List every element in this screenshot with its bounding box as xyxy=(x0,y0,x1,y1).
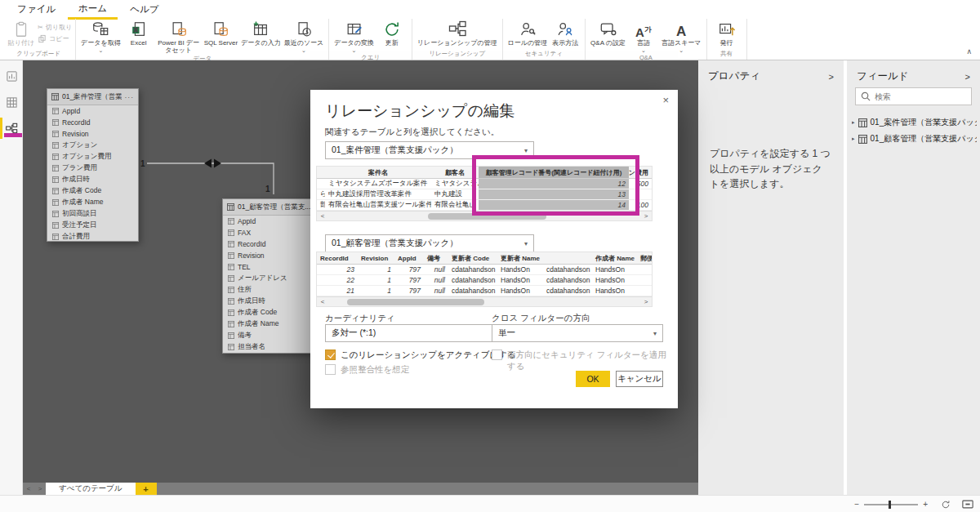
language-button[interactable]: A가 言語 ⌄ xyxy=(627,19,660,53)
table-field[interactable]: 担当者名 xyxy=(223,341,316,353)
zoom-out-button[interactable]: − xyxy=(854,500,859,509)
table-field[interactable]: プラン費用 xyxy=(47,163,138,174)
table-field[interactable]: オプション xyxy=(47,140,138,151)
table-field[interactable]: 作成日時 xyxy=(47,174,138,185)
table-field[interactable]: TEL xyxy=(223,261,316,273)
refresh-button[interactable]: 更新 xyxy=(376,19,408,47)
active-relationship-checkbox[interactable]: このリレーションシップをアクティブにする xyxy=(325,349,516,361)
table-field[interactable]: 作成者 Name xyxy=(47,197,138,208)
grid-row[interactable]: 23 1 797 null cdatahandson HandsOn cdata… xyxy=(317,265,652,275)
horizontal-scrollbar[interactable]: < > xyxy=(317,211,652,220)
grid-rows: ミヤタシステムズポータル案件 ミヤタシステム 12 500 ら 中丸建設採用管理… xyxy=(317,179,652,211)
table-field[interactable]: Revision xyxy=(47,128,138,140)
table-field[interactable]: 受注予定日 xyxy=(47,220,138,231)
table-field[interactable]: 住所 xyxy=(223,284,316,296)
report-view-button[interactable] xyxy=(0,65,23,87)
field-tree-item[interactable]: ▸ 01_案件管理（営業支援パック） xyxy=(852,114,977,131)
report-view-icon xyxy=(6,70,18,82)
fit-to-screen-icon[interactable] xyxy=(962,500,973,509)
grid-row[interactable]: ら 中丸建設採用管理改革案件 中丸建設 13 xyxy=(317,189,652,200)
table-field[interactable]: 作成者 Code xyxy=(47,185,138,197)
zoom-slider[interactable] xyxy=(864,504,918,505)
table-field[interactable]: RecordId xyxy=(47,117,138,128)
transform-data-button[interactable]: データの変換 ⌄ xyxy=(332,19,376,53)
linguistic-schema-button[interactable]: A 言語スキーマ ⌄ xyxy=(660,19,703,53)
next-tab-icon[interactable]: > xyxy=(34,483,46,495)
table-field[interactable]: オプション費用 xyxy=(47,151,138,163)
grid-row[interactable]: ミヤタシステムズポータル案件 ミヤタシステム 12 500 xyxy=(317,179,652,189)
cancel-button[interactable]: キャンセル xyxy=(616,371,663,387)
table2-select[interactable]: 01_顧客管理（営業支援パック） ▾ xyxy=(325,234,534,252)
table-field[interactable]: 作成者 Name xyxy=(223,318,316,330)
table-field[interactable]: 作成者 Code xyxy=(223,307,316,318)
table-field[interactable]: 更新日時 xyxy=(223,353,316,354)
table-field[interactable]: 備考 xyxy=(223,330,316,341)
scroll-left-icon[interactable]: < xyxy=(317,297,328,307)
table-field[interactable]: 初回商談日 xyxy=(47,208,138,220)
scroll-right-icon[interactable]: > xyxy=(640,211,652,221)
edit-relationship-dialog: × リレーションシップの編集 関連するテーブルと列を選択してください。 01_案… xyxy=(310,90,678,408)
fields-search[interactable] xyxy=(855,87,972,105)
scroll-left-icon[interactable]: < xyxy=(317,211,328,221)
tab-help[interactable]: ヘルプ xyxy=(119,1,169,18)
scrollbar-thumb[interactable] xyxy=(428,213,546,220)
scrollbar-thumb[interactable] xyxy=(347,299,484,305)
get-data-button[interactable]: データを取得 ⌄ xyxy=(79,19,122,53)
ribbon-group-security: ロールの管理 表示方法 セキュリティ xyxy=(503,19,586,60)
table-field[interactable]: 合計費用 xyxy=(47,231,138,242)
zoom-slider-thumb[interactable] xyxy=(889,501,891,509)
table-field[interactable]: メールアドレス xyxy=(223,273,316,284)
grid-row[interactable]: 22 1 797 null cdatahandson HandsOn cdata… xyxy=(317,275,652,286)
table1-select[interactable]: 01_案件管理（営業支援パック） ▾ xyxy=(325,141,534,159)
ribbon-group-queries: データの変換 ⌄ 更新 クエリ xyxy=(329,19,412,60)
tab-file[interactable]: ファイル xyxy=(7,1,66,18)
reset-zoom-icon[interactable] xyxy=(941,500,951,510)
excel-button[interactable]: X Excel xyxy=(122,19,155,47)
table-card-header[interactable]: 01_案件管理（営業支... ··· xyxy=(47,89,138,105)
sql-server-button[interactable]: SQL Server xyxy=(203,19,240,47)
grid-row[interactable]: 21 1 797 null cdatahandson HandsOn cdata… xyxy=(317,286,652,296)
table-card-kokyaku[interactable]: 01_顧客管理（営業支... AppId F xyxy=(222,198,317,354)
selected-column-header[interactable]: 顧客管理レコード番号(関連レコード紐付け用) xyxy=(479,167,629,178)
table-field[interactable]: AppId xyxy=(223,216,316,227)
table-field[interactable]: 作成日時 xyxy=(223,296,316,307)
publish-button[interactable]: 発行 xyxy=(710,19,743,47)
table-field[interactable]: RecordId xyxy=(223,238,316,250)
qa-settings-button[interactable]: Q&A の設定 xyxy=(589,19,627,47)
zoom-in-button[interactable]: + xyxy=(923,500,928,509)
tab-home[interactable]: ホーム xyxy=(68,0,118,20)
table1-preview-grid: 案件名 顧客名 顧客管理レコード番号(関連レコード紐付け用) オプション費用 ミ… xyxy=(316,166,653,221)
view-as-button[interactable]: 表示方法 xyxy=(549,19,581,47)
manage-roles-button[interactable]: ロールの管理 xyxy=(506,19,550,47)
table-card-header[interactable]: 01_顧客管理（営業支... xyxy=(223,199,316,216)
manage-relationships-button[interactable]: リレーションシップの管理 xyxy=(416,19,499,47)
all-tables-tab[interactable]: すべてのテーブル xyxy=(46,483,136,495)
more-options-icon[interactable]: ··· xyxy=(125,93,135,101)
data-view-button[interactable] xyxy=(0,91,23,113)
collapse-panel-icon[interactable]: > xyxy=(829,72,834,82)
table-field[interactable]: FAX xyxy=(223,227,316,238)
grid-row[interactable]: 部 有限会社亀山営業支援ツール案件 有限会社亀山 14 100 xyxy=(317,200,652,211)
grid-header-row: RecordId Revision AppId 備考 更新者 Code 更新者 … xyxy=(317,252,652,265)
enter-data-button[interactable]: データの入力 xyxy=(239,19,283,47)
field-tree-item[interactable]: ▸ 01_顧客管理（営業支援パック） xyxy=(852,131,977,147)
scroll-right-icon[interactable]: > xyxy=(640,297,652,307)
add-tab-button[interactable]: + xyxy=(136,483,157,495)
close-icon[interactable]: × xyxy=(662,94,669,106)
expand-icon[interactable]: ▸ xyxy=(852,136,855,142)
expand-icon[interactable]: ▸ xyxy=(852,119,855,126)
cross-filter-select[interactable]: 単一 ▾ xyxy=(492,324,663,342)
ribbon: ファイル ホーム ヘルプ 貼り付け ✂ 切り取り xyxy=(0,0,980,60)
collapse-ribbon-icon[interactable]: ∧ xyxy=(966,47,972,56)
search-input[interactable] xyxy=(875,92,966,101)
prev-tab-icon[interactable]: < xyxy=(23,483,34,495)
table-card-anken[interactable]: 01_案件管理（営業支... ··· AppId xyxy=(47,88,139,242)
collapse-panel-icon[interactable]: > xyxy=(965,72,970,82)
powerbi-datasets-button[interactable]: Power BI データセット xyxy=(155,19,203,54)
recent-sources-button[interactable]: 最近のソース ⌄ xyxy=(283,19,326,53)
field-table-icon xyxy=(52,211,59,217)
table-field[interactable]: Revision xyxy=(223,250,316,261)
horizontal-scrollbar[interactable]: < > xyxy=(317,296,652,306)
table-field[interactable]: AppId xyxy=(47,105,138,117)
ok-button[interactable]: OK xyxy=(576,371,610,387)
